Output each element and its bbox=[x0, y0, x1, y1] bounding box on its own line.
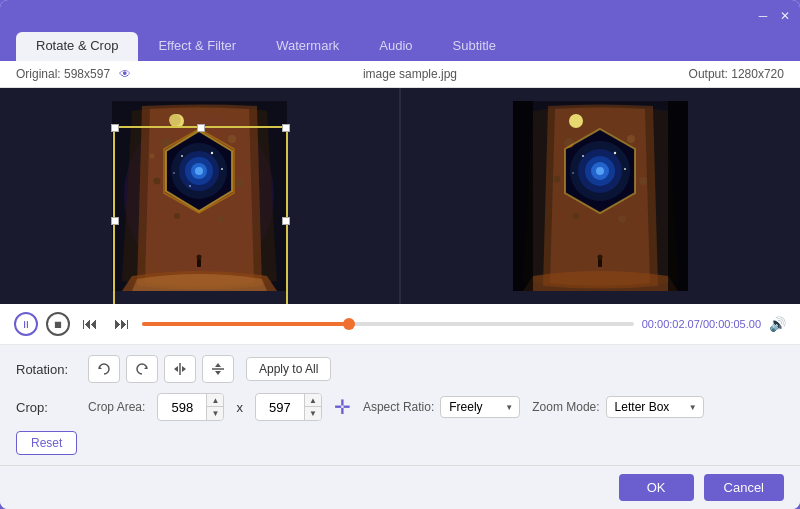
svg-marker-56 bbox=[215, 363, 221, 367]
right-preview-image bbox=[513, 101, 688, 291]
crop-height-input-group: ▲ ▼ bbox=[255, 393, 322, 421]
flip-v-icon bbox=[210, 361, 226, 377]
reset-button[interactable]: Reset bbox=[16, 431, 77, 455]
svg-rect-49 bbox=[668, 101, 688, 291]
tabs-bar: Rotate & Crop Effect & Filter Watermark … bbox=[0, 32, 800, 61]
height-spinners: ▲ ▼ bbox=[304, 394, 321, 420]
eye-icon[interactable]: 👁 bbox=[119, 67, 131, 81]
time-display: 00:00:02.07/00:00:05.00 bbox=[642, 318, 761, 330]
crop-move-icon: ✛ bbox=[334, 395, 351, 419]
svg-point-35 bbox=[614, 152, 616, 154]
reset-row: Reset bbox=[16, 431, 784, 455]
svg-point-46 bbox=[598, 255, 603, 260]
svg-point-42 bbox=[573, 213, 579, 219]
crop-area-label: Crop Area: bbox=[88, 400, 145, 414]
aspect-ratio-select[interactable]: Freely 16:9 4:3 1:1 bbox=[440, 396, 520, 418]
progress-track[interactable] bbox=[142, 322, 634, 326]
x-separator: x bbox=[236, 400, 243, 415]
original-size: Original: 598x597 👁 bbox=[16, 67, 131, 81]
volume-icon[interactable]: 🔊 bbox=[769, 316, 786, 332]
zoom-mode-select[interactable]: Letter Box Pan & Scan Full bbox=[606, 396, 704, 418]
crop-width-input[interactable] bbox=[158, 397, 206, 418]
height-spin-down[interactable]: ▼ bbox=[305, 407, 321, 420]
ok-button[interactable]: OK bbox=[619, 474, 694, 501]
playback-bar: ⏸ ⏹ ⏮ ⏭ 00:00:02.07/00:00:05.00 🔊 bbox=[0, 304, 800, 345]
filename-display: image sample.jpg bbox=[363, 67, 457, 81]
video-area bbox=[0, 88, 800, 304]
zoom-mode-group: Zoom Mode: Letter Box Pan & Scan Full bbox=[532, 396, 703, 418]
rotation-row: Rotation: bbox=[16, 355, 784, 383]
crop-label: Crop: bbox=[16, 400, 76, 415]
svg-point-39 bbox=[627, 135, 635, 143]
title-bar: ─ ✕ bbox=[0, 0, 800, 32]
crop-height-input[interactable] bbox=[256, 397, 304, 418]
rotate-left-icon bbox=[96, 361, 112, 377]
controls-area: Rotation: bbox=[0, 345, 800, 465]
width-spin-down[interactable]: ▼ bbox=[207, 407, 223, 420]
flip-h-icon bbox=[172, 361, 188, 377]
svg-marker-57 bbox=[215, 371, 221, 375]
main-window: ─ ✕ Rotate & Crop Effect & Filter Waterm… bbox=[0, 0, 800, 509]
crop-overlay[interactable] bbox=[113, 126, 288, 304]
stop-button[interactable]: ⏹ bbox=[46, 312, 70, 336]
aspect-ratio-group: Aspect Ratio: Freely 16:9 4:3 1:1 bbox=[363, 396, 520, 418]
prev-frame-button[interactable]: ⏮ bbox=[78, 312, 102, 336]
output-size: Output: 1280x720 bbox=[689, 67, 784, 81]
flip-v-btn[interactable] bbox=[202, 355, 234, 383]
height-spin-up[interactable]: ▲ bbox=[305, 394, 321, 407]
apply-all-button[interactable]: Apply to All bbox=[246, 357, 331, 381]
rotate-left-btn[interactable] bbox=[88, 355, 120, 383]
svg-point-22 bbox=[169, 114, 181, 126]
rotation-label: Rotation: bbox=[16, 362, 76, 377]
rotate-right-btn[interactable] bbox=[126, 355, 158, 383]
crop-handle-mr[interactable] bbox=[282, 217, 290, 225]
close-button[interactable]: ✕ bbox=[778, 9, 792, 23]
left-video-panel bbox=[0, 88, 399, 304]
aspect-ratio-select-wrapper: Freely 16:9 4:3 1:1 bbox=[440, 396, 520, 418]
tab-audio[interactable]: Audio bbox=[359, 32, 432, 61]
aspect-ratio-label: Aspect Ratio: bbox=[363, 400, 434, 414]
minimize-button[interactable]: ─ bbox=[756, 9, 770, 23]
svg-point-34 bbox=[582, 155, 584, 157]
cancel-button[interactable]: Cancel bbox=[704, 474, 784, 501]
crop-handle-ml[interactable] bbox=[111, 217, 119, 225]
svg-point-37 bbox=[624, 168, 626, 170]
zoom-mode-label: Zoom Mode: bbox=[532, 400, 599, 414]
tab-rotate-crop[interactable]: Rotate & Crop bbox=[16, 32, 138, 61]
svg-point-43 bbox=[619, 216, 626, 223]
tab-effect-filter[interactable]: Effect & Filter bbox=[138, 32, 256, 61]
zoom-mode-select-wrapper: Letter Box Pan & Scan Full bbox=[606, 396, 704, 418]
width-spin-up[interactable]: ▲ bbox=[207, 394, 223, 407]
svg-rect-48 bbox=[513, 101, 533, 291]
crop-handle-tc[interactable] bbox=[197, 124, 205, 132]
right-video-panel bbox=[401, 88, 800, 304]
svg-rect-45 bbox=[598, 259, 602, 267]
crop-row: Crop: Crop Area: ▲ ▼ x ▲ ▼ ✛ bbox=[16, 393, 784, 421]
pause-button[interactable]: ⏸ bbox=[14, 312, 38, 336]
footer: OK Cancel bbox=[0, 465, 800, 509]
crop-width-input-group: ▲ ▼ bbox=[157, 393, 224, 421]
window-controls: ─ ✕ bbox=[756, 9, 792, 23]
info-bar: Original: 598x597 👁 image sample.jpg Out… bbox=[0, 61, 800, 88]
progress-fill bbox=[142, 322, 349, 326]
crop-handle-tl[interactable] bbox=[111, 124, 119, 132]
tab-subtitle[interactable]: Subtitle bbox=[433, 32, 516, 61]
width-spinners: ▲ ▼ bbox=[206, 394, 223, 420]
svg-point-40 bbox=[554, 176, 561, 183]
tab-watermark[interactable]: Watermark bbox=[256, 32, 359, 61]
crop-handle-tr[interactable] bbox=[282, 124, 290, 132]
svg-point-44 bbox=[569, 114, 583, 128]
svg-point-41 bbox=[639, 177, 647, 185]
rotate-right-icon bbox=[134, 361, 150, 377]
svg-point-36 bbox=[572, 172, 574, 174]
flip-h-btn[interactable] bbox=[164, 355, 196, 383]
svg-marker-53 bbox=[174, 366, 178, 372]
progress-thumb bbox=[343, 318, 355, 330]
next-frame-button[interactable]: ⏭ bbox=[110, 312, 134, 336]
rotation-buttons bbox=[88, 355, 234, 383]
svg-point-33 bbox=[596, 167, 604, 175]
svg-marker-54 bbox=[182, 366, 186, 372]
